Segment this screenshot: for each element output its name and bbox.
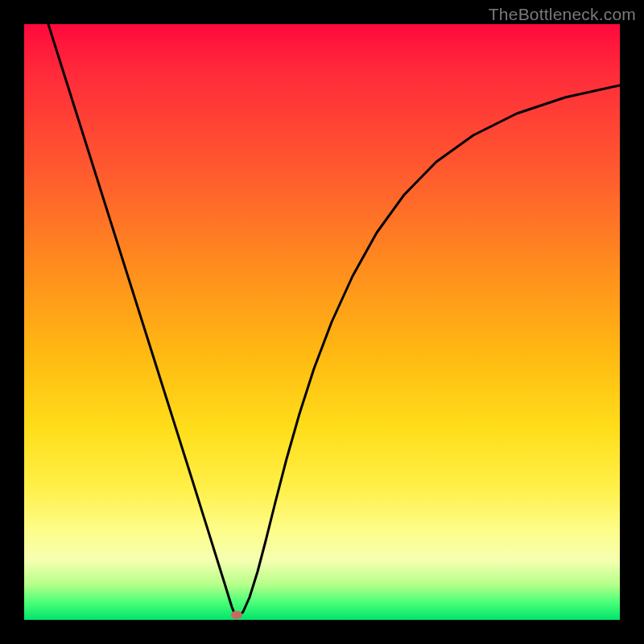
minimum-marker [231, 611, 242, 619]
chart-frame: TheBottleneck.com [0, 0, 644, 644]
watermark-text: TheBottleneck.com [489, 5, 636, 24]
plot-area [24, 24, 620, 620]
bottleneck-curve-path [48, 24, 620, 617]
curve-svg [24, 24, 620, 620]
